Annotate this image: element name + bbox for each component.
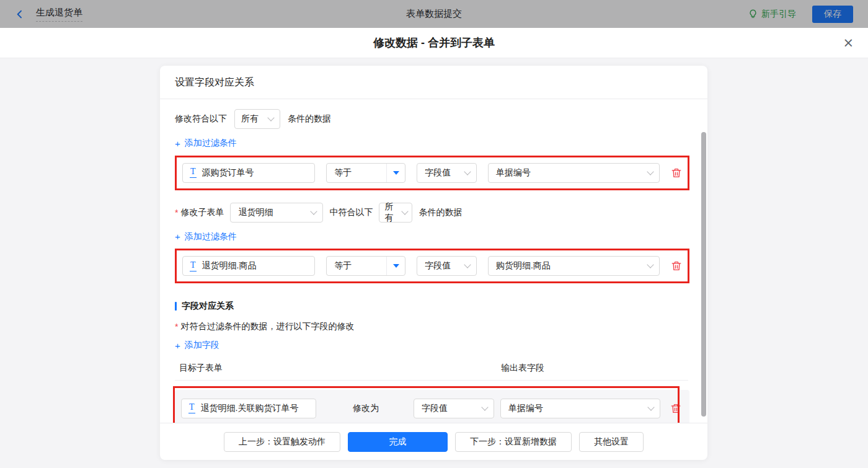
filter1-valuetype-value: 字段值 [425,167,451,179]
filter2-match-select[interactable]: 所有 [379,203,412,223]
add-field-label: 添加字段 [185,340,219,351]
text-field-icon: T [190,167,197,178]
mapping-section-header: 字段对应关系 [175,301,693,312]
chevron-down-icon [647,404,654,410]
topbar: 生成退货单 表单数据提交 新手引导 保存 [0,0,868,28]
delete-condition-icon[interactable] [671,260,682,272]
filter2-condition-row-highlight: T 退货明细.商品 等于 字段值 购货明细.商品 [175,249,689,283]
mapping-value-select[interactable]: 单据编号 [500,399,660,418]
filter1-operator-select[interactable]: 等于 [326,163,405,183]
card-body: 修改符合以下 所有 条件的数据 + 添加过滤条件 T 源购货订单号 [160,99,707,423]
field-mapping-card: 设置字段对应关系 修改符合以下 所有 条件的数据 + 添加过滤条件 [160,66,707,460]
mapping-row: T 退货明细.关联购货订单号 修改为 字段值 单据编号 [175,390,689,423]
modify-data-dialog: 修改数据 - 合并到子表单 × 设置字段对应关系 修改符合以下 所有 条件的数据… [0,28,868,468]
column-output-field: 输出表字段 [501,363,544,374]
delete-mapping-icon[interactable] [670,403,681,414]
filter1-sentence: 修改符合以下 所有 条件的数据 [175,109,693,129]
section-accent-bar [175,302,177,311]
filter1-operator-value: 等于 [334,167,352,179]
text-field-icon: T [190,261,197,272]
topbar-right: 新手引导 保存 [748,6,853,23]
chevron-down-icon [464,261,471,268]
filter2-suffix: 条件的数据 [418,207,462,218]
plus-icon: + [175,341,180,350]
lightbulb-icon [748,9,758,19]
filter1-match-value: 所有 [241,113,259,125]
prev-step-button[interactable]: 上一步：设置触发动作 [224,432,340,452]
required-mark: * [175,208,178,218]
chevron-down-icon [481,404,488,410]
page-title: 表单数据提交 [406,8,462,20]
triangle-down-icon [393,264,399,268]
filter2-operator-value: 等于 [334,260,352,272]
chevron-down-icon [311,208,317,214]
beginner-guide-link[interactable]: 新手引导 [748,9,796,20]
plus-icon: + [175,232,180,241]
mapping-action-label: 修改为 [353,403,379,414]
filter1-suffix: 条件的数据 [288,113,331,125]
topbar-left: 生成退货单 [15,7,82,22]
filter1-field-box[interactable]: T 源购货订单号 [182,163,315,183]
mapping-field-name: 退货明细.关联购货订单号 [201,403,299,414]
chevron-down-icon [402,208,409,214]
other-settings-button[interactable]: 其他设置 [579,432,644,452]
done-button[interactable]: 完成 [348,432,448,452]
card-footer: 上一步：设置触发动作 完成 下一步：设置新增数据 其他设置 [160,423,707,460]
beginner-guide-label: 新手引导 [761,9,796,20]
card-header: 设置字段对应关系 [160,66,707,99]
filter2-sentence: * 修改子表单 退货明细 中符合以下 所有 条件的数据 [175,203,693,223]
required-mark: * [175,322,178,332]
triangle-down-icon [393,171,399,175]
add-filter-label: 添加过滤条件 [185,138,237,149]
add-field-link[interactable]: + 添加字段 [175,340,219,351]
chevron-down-icon [464,168,471,175]
filter1-value: 单据编号 [496,167,531,179]
operator-dropdown-zone[interactable] [386,257,405,275]
mapping-field-box[interactable]: T 退货明细.关联购货订单号 [181,399,316,418]
chevron-down-icon [647,168,653,175]
filter2-subform-select[interactable]: 退货明细 [230,203,323,223]
filter2-field-name: 退货明细.商品 [202,260,257,272]
save-button[interactable]: 保存 [812,6,853,23]
text-field-icon: T [188,403,195,413]
plus-icon: + [175,139,180,148]
filter2-operator-select[interactable]: 等于 [326,256,405,276]
add-filter-condition-link-1[interactable]: + 添加过滤条件 [175,138,237,149]
mapping-description: 对符合过滤条件的数据，进行以下字段的修改 [180,321,354,332]
column-divider [175,380,688,381]
add-filter-label: 添加过滤条件 [185,231,237,242]
filter1-condition-row-highlight: T 源购货订单号 等于 字段值 单据编号 [175,156,689,190]
filter1-prefix: 修改符合以下 [175,113,227,125]
operator-dropdown-zone[interactable] [386,164,405,182]
dialog-titlebar: 修改数据 - 合并到子表单 × [0,28,868,58]
filter2-value: 购货明细.商品 [496,260,551,272]
mapping-description-row: * 对符合过滤条件的数据，进行以下字段的修改 [175,321,693,332]
filter1-field-name: 源购货订单号 [202,167,254,179]
close-icon[interactable]: × [843,37,854,50]
filter2-middle: 中符合以下 [329,207,373,218]
mapping-valuetype-select[interactable]: 字段值 [414,399,494,418]
mapping-section-title: 字段对应关系 [182,301,234,312]
filter2-value-select[interactable]: 购货明细.商品 [488,256,660,276]
mapping-valuetype-value: 字段值 [422,403,448,414]
filter1-valuetype-select[interactable]: 字段值 [417,163,477,183]
back-icon[interactable] [15,9,25,19]
filter2-label: 修改子表单 [180,207,224,218]
delete-condition-icon[interactable] [671,167,682,179]
filter2-match-value: 所有 [384,201,400,224]
vertical-scrollbar[interactable] [701,132,706,417]
workflow-title[interactable]: 生成退货单 [36,7,82,22]
filter1-value-select[interactable]: 单据编号 [488,163,660,183]
chevron-down-icon [647,261,653,268]
filter2-valuetype-select[interactable]: 字段值 [417,256,477,276]
chevron-down-icon [267,114,274,121]
column-target-subform: 目标子表单 [175,363,501,374]
filter2-subform-value: 退货明细 [238,207,273,218]
add-filter-condition-link-2[interactable]: + 添加过滤条件 [175,231,237,242]
next-step-button[interactable]: 下一步：设置新增数据 [455,432,572,452]
mapping-row-background: T 退货明细.关联购货订单号 修改为 字段值 单据编号 [175,390,689,423]
mapping-column-headers: 目标子表单 输出表字段 [175,363,693,374]
dialog-title: 修改数据 - 合并到子表单 [373,35,495,50]
filter1-match-select[interactable]: 所有 [234,109,280,129]
filter2-field-box[interactable]: T 退货明细.商品 [182,256,315,276]
